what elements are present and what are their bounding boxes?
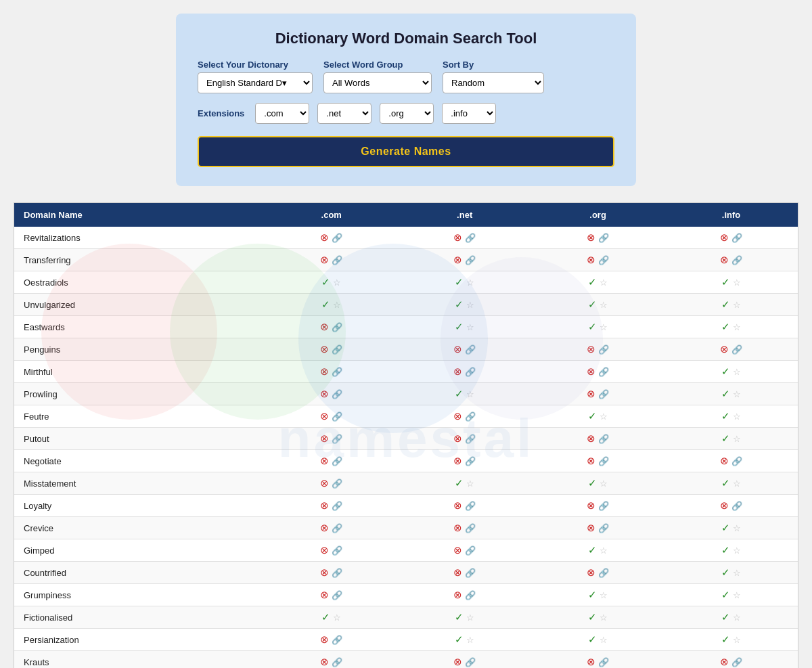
search-card: Dictionary Word Domain Search Tool Selec…: [176, 14, 636, 186]
star-icon[interactable]: ☆: [733, 300, 741, 310]
star-icon[interactable]: ☆: [466, 322, 474, 332]
star-icon[interactable]: ☆: [466, 277, 474, 288]
link-icon[interactable]: 🔗: [332, 322, 342, 332]
star-icon[interactable]: ☆: [600, 613, 608, 623]
star-icon[interactable]: ☆: [733, 411, 741, 422]
ext1-select[interactable]: .com.net.org.info: [255, 103, 309, 124]
star-icon[interactable]: ☆: [733, 523, 741, 533]
star-icon[interactable]: ☆: [466, 478, 474, 489]
star-icon[interactable]: ☆: [466, 300, 474, 310]
star-icon[interactable]: ☆: [733, 434, 741, 444]
link-icon[interactable]: 🔗: [598, 456, 609, 466]
link-icon[interactable]: 🔗: [332, 635, 342, 645]
link-icon[interactable]: 🔗: [731, 501, 742, 511]
link-icon[interactable]: 🔗: [332, 344, 342, 355]
link-icon[interactable]: 🔗: [598, 568, 609, 578]
link-icon[interactable]: 🔗: [598, 501, 609, 511]
table-row: Negotiate⊗🔗⊗🔗⊗🔗⊗🔗: [14, 450, 798, 472]
link-icon[interactable]: 🔗: [731, 233, 742, 243]
ext4-select[interactable]: .info.com.net.org: [442, 103, 496, 124]
link-icon[interactable]: 🔗: [598, 344, 609, 355]
status-cell-com: ⊗🔗: [265, 249, 398, 271]
link-icon[interactable]: 🔗: [731, 657, 742, 667]
link-icon[interactable]: 🔗: [332, 434, 342, 444]
link-icon[interactable]: 🔗: [598, 255, 609, 265]
sort-select[interactable]: Random Alphabetical Length: [443, 72, 544, 93]
star-icon[interactable]: ☆: [600, 322, 608, 332]
link-icon[interactable]: 🔗: [465, 501, 476, 511]
link-icon[interactable]: 🔗: [332, 545, 342, 556]
link-icon[interactable]: 🔗: [332, 255, 342, 265]
link-icon[interactable]: 🔗: [465, 344, 476, 355]
star-icon[interactable]: ☆: [466, 389, 474, 399]
taken-icon: ⊗: [320, 410, 329, 422]
status-cell-com: ⊗🔗: [265, 316, 398, 338]
star-icon[interactable]: ☆: [733, 613, 741, 623]
link-icon[interactable]: 🔗: [332, 523, 342, 533]
star-icon[interactable]: ☆: [733, 389, 741, 399]
status-cell-net: ✓☆: [398, 606, 531, 629]
link-icon[interactable]: 🔗: [598, 434, 609, 444]
ext3-select[interactable]: .org.com.net.info: [380, 103, 434, 124]
link-icon[interactable]: 🔗: [332, 501, 342, 511]
available-icon: ✓: [321, 298, 330, 311]
link-icon[interactable]: 🔗: [332, 590, 342, 600]
link-icon[interactable]: 🔗: [598, 233, 609, 243]
link-icon[interactable]: 🔗: [465, 590, 476, 600]
star-icon[interactable]: ☆: [600, 277, 608, 288]
star-icon[interactable]: ☆: [733, 568, 741, 578]
status-cell-net: ⊗🔗: [398, 338, 531, 361]
star-icon[interactable]: ☆: [733, 322, 741, 332]
dictionary-select[interactable]: English Standard D▾ Medical Dictionary L…: [198, 72, 313, 93]
link-icon[interactable]: 🔗: [465, 657, 476, 667]
link-icon[interactable]: 🔗: [465, 255, 476, 265]
link-icon[interactable]: 🔗: [465, 367, 476, 377]
taken-icon: ⊗: [320, 656, 329, 668]
star-icon[interactable]: ☆: [600, 545, 608, 556]
link-icon[interactable]: 🔗: [731, 344, 742, 355]
star-icon[interactable]: ☆: [733, 367, 741, 377]
link-icon[interactable]: 🔗: [598, 389, 609, 399]
star-icon[interactable]: ☆: [333, 300, 341, 310]
link-icon[interactable]: 🔗: [598, 367, 609, 377]
link-icon[interactable]: 🔗: [332, 367, 342, 377]
star-icon[interactable]: ☆: [333, 277, 341, 288]
star-icon[interactable]: ☆: [600, 478, 608, 489]
star-icon[interactable]: ☆: [600, 300, 608, 310]
link-icon[interactable]: 🔗: [332, 411, 342, 422]
star-icon[interactable]: ☆: [466, 613, 474, 623]
taken-icon: ⊗: [587, 254, 595, 266]
status-cell-org: ⊗🔗: [531, 562, 664, 584]
status-cell-com: ✓☆: [265, 271, 398, 294]
link-icon[interactable]: 🔗: [465, 568, 476, 578]
link-icon[interactable]: 🔗: [465, 456, 476, 466]
ext2-select[interactable]: .net.com.org.info: [317, 103, 371, 124]
star-icon[interactable]: ☆: [466, 635, 474, 645]
star-icon[interactable]: ☆: [733, 277, 741, 288]
link-icon[interactable]: 🔗: [332, 478, 342, 489]
link-icon[interactable]: 🔗: [465, 434, 476, 444]
link-icon[interactable]: 🔗: [332, 389, 342, 399]
link-icon[interactable]: 🔗: [731, 255, 742, 265]
star-icon[interactable]: ☆: [733, 590, 741, 600]
link-icon[interactable]: 🔗: [332, 657, 342, 667]
link-icon[interactable]: 🔗: [465, 523, 476, 533]
link-icon[interactable]: 🔗: [465, 411, 476, 422]
link-icon[interactable]: 🔗: [332, 568, 342, 578]
link-icon[interactable]: 🔗: [332, 233, 342, 243]
link-icon[interactable]: 🔗: [332, 456, 342, 466]
link-icon[interactable]: 🔗: [465, 545, 476, 556]
link-icon[interactable]: 🔗: [598, 523, 609, 533]
generate-button[interactable]: Generate Names: [198, 136, 614, 167]
star-icon[interactable]: ☆: [733, 545, 741, 556]
link-icon[interactable]: 🔗: [598, 657, 609, 667]
link-icon[interactable]: 🔗: [465, 233, 476, 243]
star-icon[interactable]: ☆: [600, 590, 608, 600]
link-icon[interactable]: 🔗: [731, 456, 742, 466]
star-icon[interactable]: ☆: [333, 613, 341, 623]
star-icon[interactable]: ☆: [600, 411, 608, 422]
star-icon[interactable]: ☆: [733, 635, 741, 645]
star-icon[interactable]: ☆: [733, 478, 741, 489]
star-icon[interactable]: ☆: [600, 635, 608, 645]
word-group-select[interactable]: All Words Nouns Verbs Adjectives: [323, 72, 432, 93]
